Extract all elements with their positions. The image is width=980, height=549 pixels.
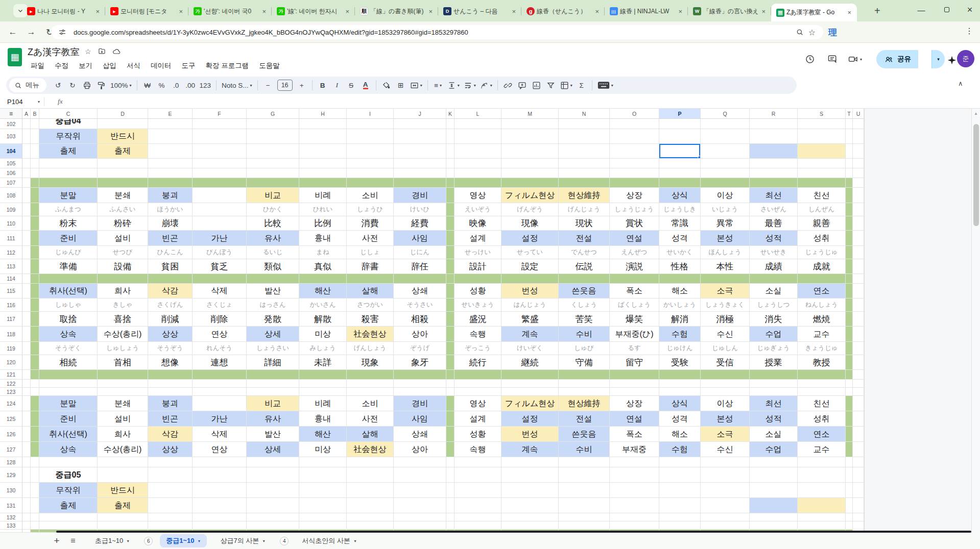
sheet-tab-서식초안의 사본[interactable]: 서식초안의 사본▼ bbox=[296, 534, 363, 547]
cell-S103[interactable] bbox=[798, 129, 846, 144]
sheets-logo-icon[interactable]: ▦ bbox=[7, 47, 22, 67]
cell-O107[interactable] bbox=[610, 178, 659, 188]
cell-M122[interactable] bbox=[501, 380, 559, 388]
cell-I121[interactable] bbox=[347, 370, 394, 380]
cell-E130[interactable] bbox=[148, 483, 193, 498]
cell-P115[interactable]: 해소 bbox=[659, 284, 701, 298]
row-header-109[interactable]: 109 bbox=[0, 203, 22, 216]
cell-F130[interactable] bbox=[193, 483, 247, 498]
cell-P109[interactable]: じょうしき bbox=[659, 203, 701, 216]
cell-A105[interactable] bbox=[22, 159, 31, 168]
cell-S126[interactable]: 연소 bbox=[798, 427, 846, 442]
cell-A109[interactable] bbox=[22, 203, 31, 216]
cell-P116[interactable]: かいしょう bbox=[659, 298, 701, 312]
cell-J107[interactable] bbox=[394, 178, 446, 188]
cell-N107[interactable] bbox=[559, 178, 610, 188]
cell-E102[interactable] bbox=[148, 119, 193, 129]
browser-tab[interactable]: '線': 네이버 한자시× bbox=[272, 4, 355, 19]
cell-E113[interactable]: 貧困 bbox=[148, 259, 193, 274]
cell-T131[interactable] bbox=[846, 498, 853, 513]
row-header-108[interactable]: 108 bbox=[0, 188, 22, 203]
cell-L113[interactable]: 設計 bbox=[455, 259, 501, 274]
cell-O119[interactable]: るす bbox=[610, 342, 659, 355]
cell-Q103[interactable] bbox=[701, 129, 750, 144]
cell-S116[interactable]: ねんしょう bbox=[798, 298, 846, 312]
cell-R121[interactable] bbox=[750, 370, 798, 380]
cell-C108[interactable]: 분말 bbox=[39, 188, 98, 203]
cell-R102[interactable] bbox=[750, 119, 798, 129]
cell-T124[interactable] bbox=[846, 396, 853, 411]
cell-D103[interactable]: 반드시 bbox=[98, 129, 148, 144]
cell-O121[interactable] bbox=[610, 370, 659, 380]
cell-H116[interactable]: かいさん bbox=[299, 298, 347, 312]
cell-A130[interactable] bbox=[22, 483, 31, 498]
cell-H108[interactable]: 비례 bbox=[299, 188, 347, 203]
strikethrough[interactable]: S bbox=[345, 79, 358, 92]
cell-N102[interactable] bbox=[559, 119, 610, 129]
cell-C115[interactable]: 취사(선택) bbox=[39, 284, 98, 298]
cell-O103[interactable] bbox=[610, 129, 659, 144]
cell-I109[interactable]: しょうひ bbox=[347, 203, 394, 216]
cell-N106[interactable] bbox=[559, 168, 610, 178]
move-folder-icon[interactable] bbox=[98, 47, 106, 55]
row-header-113[interactable]: 113 bbox=[0, 259, 22, 274]
column-header-M[interactable]: M bbox=[501, 109, 559, 119]
cell-I107[interactable] bbox=[347, 178, 394, 188]
cell-J119[interactable]: ぞうげ bbox=[394, 342, 446, 355]
cell-K127[interactable] bbox=[446, 442, 455, 457]
cell-Q128[interactable] bbox=[701, 457, 750, 467]
cell-H111[interactable]: 흉내 bbox=[299, 231, 347, 246]
cell-O125[interactable]: 연설 bbox=[610, 411, 659, 427]
cell-D123[interactable] bbox=[98, 388, 148, 396]
cell-G127[interactable]: 상세 bbox=[247, 442, 299, 457]
cell-F131[interactable] bbox=[193, 498, 247, 513]
cell-C120[interactable]: 相続 bbox=[39, 355, 98, 370]
cell-E125[interactable]: 빈곤 bbox=[148, 411, 193, 427]
cell-K130[interactable] bbox=[446, 483, 455, 498]
cell-C123[interactable] bbox=[39, 388, 98, 396]
filter-icon[interactable] bbox=[544, 79, 558, 92]
cell-A116[interactable] bbox=[22, 298, 31, 312]
cell-H114[interactable] bbox=[299, 274, 347, 284]
cell-E112[interactable]: ひんこん bbox=[148, 246, 193, 259]
cell-C127[interactable]: 상속 bbox=[39, 442, 98, 457]
cell-J125[interactable]: 사임 bbox=[394, 411, 446, 427]
cell-H107[interactable] bbox=[299, 178, 347, 188]
cell-E114[interactable] bbox=[148, 274, 193, 284]
cell-L112[interactable]: せっけい bbox=[455, 246, 501, 259]
cell-F121[interactable] bbox=[193, 370, 247, 380]
tab-close-icon[interactable]: × bbox=[427, 8, 434, 15]
increase-decimal[interactable]: .00 bbox=[184, 79, 197, 92]
cell-G110[interactable]: 比較 bbox=[247, 216, 299, 231]
cell-S107[interactable] bbox=[798, 178, 846, 188]
cell-B104[interactable] bbox=[31, 144, 39, 159]
cell-T122[interactable] bbox=[846, 380, 853, 388]
cell-Q107[interactable] bbox=[701, 178, 750, 188]
cell-G130[interactable] bbox=[247, 483, 299, 498]
cell-K124[interactable] bbox=[446, 396, 455, 411]
sheet-tab-menu-icon[interactable]: ▼ bbox=[262, 539, 266, 543]
cell-N114[interactable] bbox=[559, 274, 610, 284]
cell-I119[interactable]: げんしょう bbox=[347, 342, 394, 355]
cell-K119[interactable] bbox=[446, 342, 455, 355]
cell-P104[interactable] bbox=[659, 144, 701, 159]
cell-K132[interactable] bbox=[446, 513, 455, 521]
cell-J114[interactable] bbox=[394, 274, 446, 284]
cell-Q119[interactable]: じゅしん bbox=[701, 342, 750, 355]
cell-C130[interactable]: 무작위 bbox=[39, 483, 98, 498]
cell-Q102[interactable] bbox=[701, 119, 750, 129]
menu-파일[interactable]: 파일 bbox=[27, 60, 49, 72]
cell-E119[interactable]: そうぞう bbox=[148, 342, 193, 355]
cell-B109[interactable] bbox=[31, 203, 39, 216]
cell-L123[interactable] bbox=[455, 388, 501, 396]
cell-J106[interactable] bbox=[394, 168, 446, 178]
cell-D105[interactable] bbox=[98, 159, 148, 168]
cell-M124[interactable]: フィルム현상 bbox=[501, 396, 559, 411]
cell-T132[interactable] bbox=[846, 513, 853, 521]
cell-Q133[interactable] bbox=[701, 521, 750, 530]
cell-R109[interactable]: さいぜん bbox=[750, 203, 798, 216]
cell-B107[interactable] bbox=[31, 178, 39, 188]
cell-F129[interactable] bbox=[193, 467, 247, 483]
add-sheet-button[interactable]: + bbox=[49, 535, 64, 546]
cell-L110[interactable]: 映像 bbox=[455, 216, 501, 231]
